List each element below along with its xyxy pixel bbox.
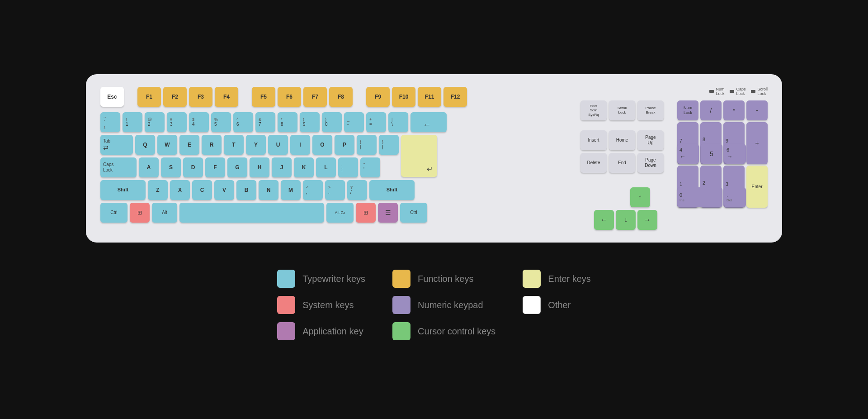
j-key[interactable]: J bbox=[272, 157, 292, 177]
comma-key[interactable]: < , bbox=[303, 180, 323, 200]
end-key[interactable]: End bbox=[609, 153, 635, 173]
capslock-key[interactable]: Caps Lock bbox=[100, 157, 137, 177]
numpad-0-key[interactable]: 0 Ins bbox=[677, 187, 722, 207]
pagedown-key[interactable]: PageDown bbox=[637, 153, 664, 173]
v-key[interactable]: V bbox=[214, 180, 234, 200]
3-key[interactable]: # 3 bbox=[167, 112, 187, 132]
f10-key[interactable]: F10 bbox=[392, 87, 415, 107]
d-key[interactable]: D bbox=[183, 157, 203, 177]
slash-key[interactable]: ? / bbox=[347, 180, 367, 200]
win-right-key[interactable]: ⊞ bbox=[356, 203, 376, 223]
f2-key[interactable]: F2 bbox=[163, 87, 187, 107]
numpad-slash-key[interactable]: / bbox=[700, 100, 722, 120]
z-key[interactable]: Z bbox=[148, 180, 168, 200]
numpad-dot-key[interactable]: . Del bbox=[724, 187, 746, 207]
i-key[interactable]: I bbox=[290, 135, 310, 155]
printscreen-key[interactable]: PrintScrnSysRq bbox=[580, 100, 607, 120]
e-key[interactable]: E bbox=[179, 135, 199, 155]
legend-col-1: Typewriter keys System keys Application … bbox=[277, 270, 365, 340]
numpad-plus-key[interactable]: + bbox=[746, 122, 768, 164]
backspace-key[interactable]: ← bbox=[410, 112, 447, 132]
o-key[interactable]: O bbox=[312, 135, 332, 155]
f8-key[interactable]: F8 bbox=[329, 87, 353, 107]
f11-key[interactable]: F11 bbox=[418, 87, 441, 107]
pause-key[interactable]: PauseBreak bbox=[637, 100, 664, 120]
k-key[interactable]: K bbox=[294, 157, 314, 177]
esc-key[interactable]: Esc bbox=[100, 87, 124, 107]
app-key[interactable]: ☰ bbox=[378, 203, 398, 223]
ctrl-right-key[interactable]: Ctrl bbox=[400, 203, 427, 223]
shift-right-key[interactable]: Shift bbox=[369, 180, 415, 200]
quote-key[interactable]: " ' bbox=[360, 157, 380, 177]
pageup-key[interactable]: PageUp bbox=[637, 130, 664, 150]
f6-key[interactable]: F6 bbox=[278, 87, 301, 107]
arrow-left-key[interactable]: ← bbox=[594, 210, 614, 230]
f4-key[interactable]: F4 bbox=[215, 87, 238, 107]
a-key[interactable]: A bbox=[139, 157, 159, 177]
f12-key[interactable]: F12 bbox=[443, 87, 467, 107]
arrow-down-key[interactable]: ↓ bbox=[616, 210, 636, 230]
numpad-5-key[interactable]: 5 bbox=[701, 144, 722, 164]
f9-key[interactable]: F9 bbox=[366, 87, 390, 107]
numlock-key[interactable]: NumLock bbox=[677, 100, 698, 120]
numlock-indicator: NumLock bbox=[709, 87, 724, 96]
space-key[interactable] bbox=[179, 203, 324, 223]
numpad-6-key[interactable]: 6 → bbox=[724, 144, 746, 164]
l-key[interactable]: L bbox=[316, 157, 336, 177]
altgr-key[interactable]: Alt Gr bbox=[326, 203, 354, 223]
h-key[interactable]: H bbox=[250, 157, 269, 177]
4-key[interactable]: $ 4 bbox=[189, 112, 209, 132]
6-key[interactable]: ^ 6 bbox=[233, 112, 253, 132]
f5-key[interactable]: F5 bbox=[252, 87, 275, 107]
delete-key[interactable]: Delete bbox=[580, 153, 607, 173]
lbracket-key[interactable]: { [ bbox=[357, 135, 377, 155]
y-key[interactable]: Y bbox=[246, 135, 266, 155]
backslash-key[interactable]: | \ bbox=[388, 112, 408, 132]
s-key[interactable]: S bbox=[161, 157, 181, 177]
insert-key[interactable]: Insert bbox=[580, 130, 607, 150]
alt-left-key[interactable]: Alt bbox=[152, 203, 177, 223]
w-key[interactable]: W bbox=[157, 135, 177, 155]
numpad-asterisk-key[interactable]: * bbox=[723, 100, 745, 120]
period-key[interactable]: > . bbox=[325, 180, 345, 200]
semicolon-key[interactable]: : ; bbox=[338, 157, 358, 177]
q-key[interactable]: Q bbox=[135, 135, 155, 155]
numpad-4-key[interactable]: 4 ← bbox=[677, 144, 699, 164]
7-key[interactable]: & 7 bbox=[255, 112, 275, 132]
t-key[interactable]: T bbox=[224, 135, 244, 155]
x-key[interactable]: X bbox=[170, 180, 190, 200]
rbracket-key[interactable]: } ] bbox=[379, 135, 399, 155]
scrolllock-key[interactable]: ScrollLock bbox=[609, 100, 635, 120]
p-key[interactable]: P bbox=[335, 135, 354, 155]
tab-key[interactable]: Tab ⇄ bbox=[100, 135, 133, 155]
b-key[interactable]: B bbox=[236, 180, 256, 200]
numpad-enter-key[interactable]: Enter bbox=[746, 166, 768, 208]
f1-key[interactable]: F1 bbox=[137, 87, 161, 107]
win-left-key[interactable]: ⊞ bbox=[130, 203, 150, 223]
equals-key[interactable]: + = bbox=[366, 112, 386, 132]
numpad-minus-key[interactable]: - bbox=[746, 100, 768, 120]
f-key[interactable]: F bbox=[205, 157, 225, 177]
n-key[interactable]: N bbox=[259, 180, 278, 200]
5-key[interactable]: % 5 bbox=[211, 112, 231, 132]
1-key[interactable]: ! 1 bbox=[123, 112, 142, 132]
shift-left-key[interactable]: Shift bbox=[100, 180, 146, 200]
9-key[interactable]: ( 9 bbox=[300, 112, 320, 132]
arrow-right-key[interactable]: → bbox=[637, 210, 657, 230]
8-key[interactable]: * 8 bbox=[278, 112, 297, 132]
c-key[interactable]: C bbox=[192, 180, 212, 200]
f7-key[interactable]: F7 bbox=[303, 87, 327, 107]
ctrl-left-key[interactable]: Ctrl bbox=[100, 203, 127, 223]
f3-key[interactable]: F3 bbox=[189, 87, 212, 107]
minus-key[interactable]: _ - bbox=[344, 112, 364, 132]
home-key[interactable]: Home bbox=[609, 130, 635, 150]
tilde-key[interactable]: ~ ` 1 bbox=[100, 112, 120, 132]
0-key[interactable]: ) 0 bbox=[322, 112, 342, 132]
enter-key[interactable]: ↵ bbox=[401, 135, 437, 177]
m-key[interactable]: M bbox=[281, 180, 301, 200]
g-key[interactable]: G bbox=[227, 157, 247, 177]
u-key[interactable]: U bbox=[268, 135, 288, 155]
arrow-up-key[interactable]: ↑ bbox=[630, 187, 650, 207]
2-key[interactable]: @ 2 bbox=[145, 112, 165, 132]
r-key[interactable]: R bbox=[202, 135, 222, 155]
